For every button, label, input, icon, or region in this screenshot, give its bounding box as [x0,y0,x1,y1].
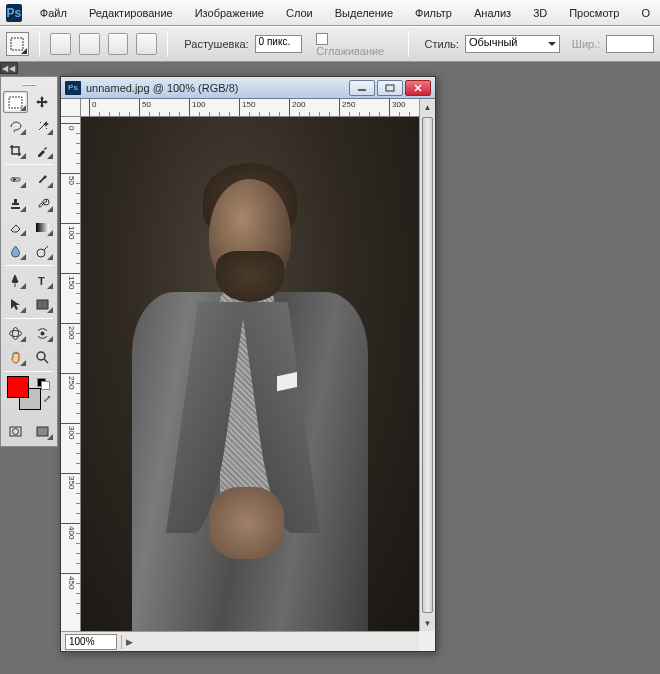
antialias-label: Сглаживание [316,45,384,57]
marquee-icon [10,37,24,51]
menu-bar: Ps Файл Редактирование Изображение Слои … [0,0,660,26]
type-tool[interactable]: T [30,269,55,291]
vertical-ruler[interactable]: 050100150200250300350400450 [61,117,81,631]
tool-panel: T ⤢ [0,76,58,447]
move-tool[interactable] [30,91,55,113]
current-tool-preset[interactable] [6,32,29,56]
separator [5,164,53,165]
svg-point-8 [13,327,19,339]
menu-layer[interactable]: Слои [276,3,323,23]
blur-tool[interactable] [3,240,28,262]
svg-rect-14 [386,85,394,91]
style-select[interactable]: Обычный [465,35,560,53]
menu-view[interactable]: Просмотр [559,3,629,23]
panel-grip[interactable] [3,81,55,89]
menu-analysis[interactable]: Анализ [464,3,521,23]
svg-rect-0 [11,38,23,50]
svg-point-10 [37,352,45,360]
antialias-checkbox [316,33,328,45]
menu-more[interactable]: О [631,3,660,23]
healing-brush-tool[interactable] [3,168,28,190]
shape-tool[interactable] [30,293,55,315]
menu-image[interactable]: Изображение [185,3,274,23]
document-title: unnamed.jpg @ 100% (RGB/8) [86,82,349,94]
eyedropper-tool[interactable] [30,139,55,161]
default-colors-icon[interactable] [37,376,51,388]
lasso-tool[interactable] [3,115,28,137]
scroll-down-icon[interactable]: ▼ [420,615,435,631]
screen-mode-button[interactable] [30,420,55,442]
style-label: Стиль: [425,38,459,50]
color-swatches: ⤢ [5,376,53,418]
separator [39,31,40,57]
document-icon: Ps [65,81,81,95]
menu-file[interactable]: Файл [30,3,77,23]
menu-edit[interactable]: Редактирование [79,3,183,23]
swap-colors-icon[interactable]: ⤢ [43,393,51,404]
menu-3d[interactable]: 3D [523,3,557,23]
selection-add-button[interactable] [79,33,100,55]
separator [167,31,168,57]
menu-select[interactable]: Выделение [325,3,403,23]
svg-point-4 [37,249,45,257]
width-input [606,35,654,53]
standard-mode-button[interactable] [3,420,28,442]
menu-filter[interactable]: Фильтр [405,3,462,23]
foreground-color[interactable] [7,376,29,398]
path-selection-tool[interactable] [3,293,28,315]
gradient-tool[interactable] [30,216,55,238]
close-button[interactable] [405,80,431,96]
antialias-option: Сглаживание [316,31,397,56]
canvas[interactable] [81,117,419,631]
eraser-tool[interactable] [3,216,28,238]
horizontal-ruler[interactable]: 050100150200250300 [81,99,419,117]
ruler-origin[interactable] [61,99,81,117]
svg-text:T: T [38,275,45,287]
separator [5,318,53,319]
separator [5,371,53,372]
vertical-scrollbar[interactable]: ▲ ▼ [419,99,435,631]
history-brush-tool[interactable] [30,192,55,214]
svg-point-9 [41,331,45,335]
feather-label: Растушевка: [184,38,248,50]
3d-rotate-tool[interactable] [3,322,28,344]
selection-new-button[interactable] [50,33,71,55]
separator [5,265,53,266]
svg-point-12 [13,428,19,434]
app-logo: Ps [6,4,22,22]
marquee-tool[interactable] [3,91,28,113]
feather-input[interactable]: 0 пикс. [255,35,303,53]
zoom-input[interactable]: 100% [65,634,117,650]
pen-tool[interactable] [3,269,28,291]
maximize-button[interactable] [377,80,403,96]
magic-wand-tool[interactable] [30,115,55,137]
selection-subtract-button[interactable] [108,33,129,55]
minimize-button[interactable] [349,80,375,96]
3d-orbit-tool[interactable] [30,322,55,344]
zoom-tool[interactable] [30,346,55,368]
stamp-tool[interactable] [3,192,28,214]
title-bar[interactable]: Ps unnamed.jpg @ 100% (RGB/8) [61,77,435,99]
scroll-up-icon[interactable]: ▲ [420,99,435,115]
panel-collapse-tab[interactable]: ◀◀ [0,62,18,74]
selection-intersect-button[interactable] [136,33,157,55]
dodge-tool[interactable] [30,240,55,262]
scrollbar-thumb[interactable] [422,117,433,613]
brush-tool[interactable] [30,168,55,190]
options-bar: Растушевка: 0 пикс. Сглаживание Стиль: О… [0,26,660,62]
width-label: Шир.: [572,38,600,50]
hand-tool[interactable] [3,346,28,368]
crop-tool[interactable] [3,139,28,161]
status-menu-icon[interactable]: ▶ [126,637,133,647]
image-content [81,117,419,631]
separator [408,31,409,57]
status-bar: 100% ▶ [61,631,419,651]
document-window: Ps unnamed.jpg @ 100% (RGB/8) 0501001502… [60,76,436,652]
